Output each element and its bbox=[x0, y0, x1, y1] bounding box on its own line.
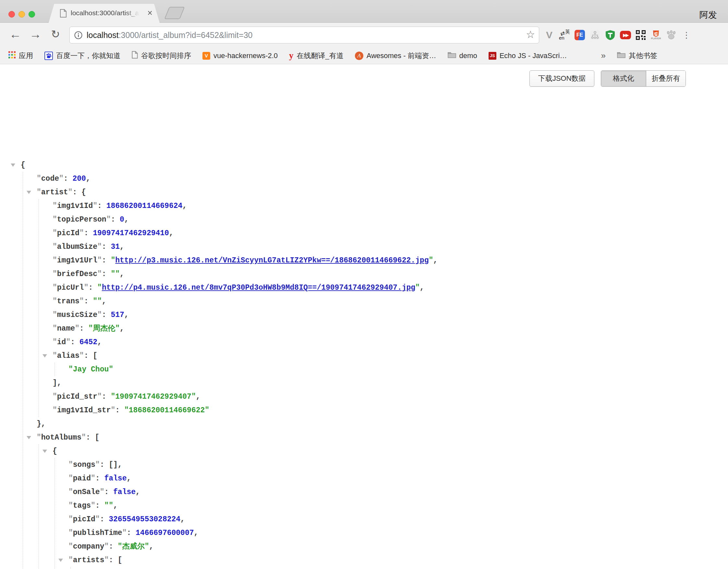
chrome-profile-name[interactable]: 阿发 bbox=[699, 9, 717, 21]
bookmark-vue-hackernews[interactable]: V vue-hackernews-2.0 bbox=[202, 52, 278, 60]
json-url-link[interactable]: http://p3.music.126.net/VnZiScyynLG7atLI… bbox=[115, 256, 429, 265]
json-key-quote: " bbox=[53, 270, 57, 278]
collapse-triangle-icon[interactable] bbox=[11, 163, 15, 167]
bookmark-baidu[interactable]: 百度一下，你就知道 bbox=[44, 51, 120, 61]
json-key-quote: " bbox=[53, 243, 57, 251]
json-children: "songs": [],"paid": false,"onSale": fals… bbox=[55, 458, 485, 569]
qr-code-icon[interactable] bbox=[635, 30, 646, 41]
json-string-value: " bbox=[124, 406, 129, 415]
bookmark-star-icon[interactable]: ☆ bbox=[526, 29, 535, 41]
json-line: "hotAlbums": [ bbox=[37, 431, 485, 444]
sitemap-icon[interactable] bbox=[589, 30, 601, 41]
bookmark-echojs[interactable]: JS Echo JS - JavaScri… bbox=[489, 52, 567, 60]
reload-icon[interactable]: ↻ bbox=[47, 25, 64, 43]
json-string-value: " bbox=[109, 502, 113, 510]
back-icon[interactable]: ← bbox=[7, 25, 23, 43]
json-string-value: " bbox=[111, 256, 115, 265]
json-key-quote: " bbox=[66, 338, 70, 346]
json-string-value: " bbox=[205, 406, 209, 415]
bookmark-awesomes[interactable]: A Awesomes - 前端资… bbox=[355, 51, 436, 61]
json-key-quote: " bbox=[79, 297, 84, 306]
browser-toolbar: ← → ↻ localhost:3000/artist_album?id=645… bbox=[0, 23, 728, 47]
site-info-icon[interactable] bbox=[74, 31, 82, 41]
json-key: briefDesc bbox=[57, 270, 97, 278]
address-bar[interactable]: localhost:3000/artist_album?id=6452&limi… bbox=[69, 27, 539, 43]
bookmark-google-sort[interactable]: 谷歌按时间排序 bbox=[132, 51, 191, 61]
json-viewer: {"code": 200,"artist": {"img1v1Id": 1868… bbox=[21, 158, 485, 569]
folder-icon bbox=[448, 52, 456, 60]
json-key-quote: " bbox=[97, 270, 102, 278]
forward-icon[interactable]: → bbox=[27, 25, 43, 43]
url-text[interactable]: localhost:3000/artist_album?id=6452&limi… bbox=[87, 27, 252, 43]
json-key-quote: " bbox=[53, 297, 57, 306]
vimium-v-icon[interactable]: V bbox=[544, 30, 555, 41]
tampermonkey-shield-icon[interactable] bbox=[605, 30, 616, 41]
json-open-bracket: [ bbox=[118, 556, 122, 564]
translate-en-zh-icon[interactable]: 英 ⇄ en bbox=[559, 30, 570, 41]
json-key-quote: " bbox=[68, 474, 73, 483]
new-tab-button[interactable] bbox=[164, 7, 185, 19]
json-key-quote: " bbox=[97, 393, 102, 401]
download-json-button[interactable]: 下载JSON数据 bbox=[529, 70, 594, 87]
bookmark-demo-folder[interactable]: demo bbox=[448, 52, 477, 60]
collapse-triangle-icon[interactable] bbox=[27, 191, 31, 194]
json-string-value: 杰威尔 bbox=[122, 542, 145, 551]
window-minimize-button[interactable] bbox=[18, 11, 25, 18]
video-speed-icon[interactable]: ▶▶ bbox=[620, 30, 631, 41]
other-bookmarks-folder[interactable]: 其他书签 bbox=[617, 51, 657, 61]
paw-icon[interactable] bbox=[666, 30, 677, 41]
json-number-value: 1466697600007 bbox=[136, 529, 194, 537]
bookmarks-overflow-icon[interactable]: » bbox=[601, 51, 606, 61]
json-children: {"songs": [],"paid": false,"onSale": fal… bbox=[39, 444, 485, 569]
bookmark-apps[interactable]: 应用 bbox=[8, 51, 33, 61]
json-line: "name": "周杰伦", bbox=[53, 322, 485, 335]
json-key: paid bbox=[73, 474, 91, 483]
json-children: "img1v1Id": 18686200114669624,"topicPers… bbox=[39, 199, 485, 417]
json-line: "picId": 3265549553028224, bbox=[68, 513, 485, 526]
json-key-quote: " bbox=[53, 338, 57, 346]
collapse-triangle-icon[interactable] bbox=[42, 354, 47, 357]
url-path: :3000/artist_album?id=6452&limit=30 bbox=[119, 30, 253, 40]
json-key-quote: " bbox=[37, 433, 41, 442]
json-line: { bbox=[53, 444, 485, 458]
bookmark-youdao[interactable]: y 在线翻译_有道 bbox=[289, 51, 344, 61]
json-key: name bbox=[57, 324, 75, 333]
format-button[interactable]: 格式化 bbox=[601, 71, 646, 86]
json-key: artists bbox=[73, 556, 104, 564]
menu-dots-icon[interactable]: ⋮ bbox=[681, 30, 692, 41]
json-key: company bbox=[73, 542, 104, 551]
window-zoom-button[interactable] bbox=[29, 11, 35, 18]
tab-close-icon[interactable]: × bbox=[147, 8, 152, 18]
json-line: "artist": { bbox=[37, 186, 485, 199]
json-string-value: " bbox=[104, 502, 109, 510]
json-key-quote: " bbox=[37, 175, 41, 183]
json-key-quote: " bbox=[97, 256, 102, 265]
json-line: { bbox=[21, 158, 485, 172]
awesomes-icon: A bbox=[355, 52, 363, 60]
json-key-quote: " bbox=[97, 243, 102, 251]
json-key: img1v1Id bbox=[57, 202, 93, 210]
json-string-value: " bbox=[429, 256, 433, 265]
folder-icon bbox=[617, 52, 625, 60]
json-children: {"img1v1Id": 18686200114669624,"topicPer… bbox=[70, 567, 485, 569]
collapse-triangle-icon[interactable] bbox=[42, 450, 47, 453]
collapse-all-button[interactable]: 折叠所有 bbox=[646, 71, 686, 86]
fe-icon[interactable]: FE bbox=[574, 30, 585, 41]
json-number-value: 18686200114669624 bbox=[106, 202, 183, 210]
json-key: hotAlbums bbox=[41, 433, 81, 442]
json-key: alias bbox=[57, 352, 79, 360]
json-key-quote: " bbox=[104, 556, 109, 564]
json-number-value: 3265549553028224 bbox=[109, 515, 180, 524]
json-key-quote: " bbox=[68, 556, 73, 564]
json-line: "code": 200, bbox=[37, 172, 485, 186]
json-number-value: 31 bbox=[111, 243, 120, 251]
window-close-button[interactable] bbox=[8, 11, 15, 18]
collapse-triangle-icon[interactable] bbox=[27, 436, 31, 439]
json-url-link[interactable]: http://p4.music.126.net/8mv7qP30Pd3oHW8b… bbox=[102, 284, 415, 292]
browser-tab[interactable]: localhost:3000/artist_album?id × bbox=[49, 4, 160, 23]
html5-player-icon[interactable]: PLAYER bbox=[650, 30, 661, 41]
collapse-triangle-icon[interactable] bbox=[58, 559, 63, 562]
json-string-value: " bbox=[111, 393, 115, 401]
json-key-quote: " bbox=[68, 542, 73, 551]
json-key: picUrl bbox=[57, 284, 84, 292]
